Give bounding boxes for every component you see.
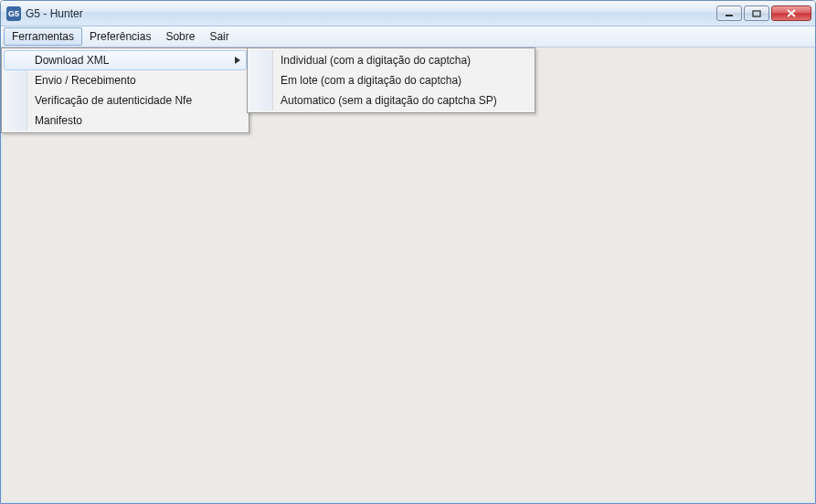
titlebar[interactable]: G5 G5 - Hunter bbox=[1, 1, 815, 26]
close-icon bbox=[786, 9, 797, 17]
dd-item-verificacao-nfe[interactable]: Verificação de autenticidade Nfe bbox=[4, 90, 247, 110]
dd-item-label: Verificação de autenticidade Nfe bbox=[35, 94, 192, 107]
menu-sobre[interactable]: Sobre bbox=[158, 26, 202, 47]
maximize-button[interactable] bbox=[744, 5, 769, 21]
sub-item-individual[interactable]: Individual (com a digitação do captcha) bbox=[249, 50, 533, 70]
submenu-arrow-icon bbox=[235, 54, 240, 67]
dropdown-ferramentas: Download XML Envio / Recebimento Verific… bbox=[1, 47, 249, 133]
dd-item-label: Manifesto bbox=[35, 114, 82, 127]
menu-ferramentas[interactable]: Ferramentas bbox=[4, 27, 82, 46]
sub-item-automatico[interactable]: Automatico (sem a digitação do captcha S… bbox=[249, 90, 533, 110]
minimize-icon bbox=[725, 10, 734, 17]
window-title: G5 - Hunter bbox=[26, 7, 716, 20]
sub-item-em-lote[interactable]: Em lote (com a digitação do captcha) bbox=[249, 70, 533, 90]
app-window: G5 G5 - Hunter Ferramentas Preferências … bbox=[0, 0, 816, 504]
menu-sair[interactable]: Sair bbox=[202, 26, 236, 47]
minimize-button[interactable] bbox=[716, 5, 742, 21]
maximize-icon bbox=[752, 10, 761, 17]
svg-rect-1 bbox=[753, 11, 760, 16]
dd-item-download-xml[interactable]: Download XML bbox=[4, 50, 247, 70]
svg-marker-4 bbox=[235, 57, 240, 64]
close-button[interactable] bbox=[771, 5, 811, 21]
sub-item-label: Em lote (com a digitação do captcha) bbox=[281, 74, 461, 87]
dd-item-label: Envio / Recebimento bbox=[35, 74, 136, 87]
window-controls bbox=[716, 5, 811, 21]
sub-item-label: Automatico (sem a digitação do captcha S… bbox=[281, 94, 497, 107]
dd-item-manifesto[interactable]: Manifesto bbox=[4, 110, 247, 131]
dd-item-label: Download XML bbox=[35, 54, 109, 67]
sub-item-label: Individual (com a digitação do captcha) bbox=[281, 54, 471, 67]
svg-rect-0 bbox=[726, 15, 733, 16]
menu-preferencias[interactable]: Preferências bbox=[82, 26, 158, 47]
submenu-download-xml: Individual (com a digitação do captcha) … bbox=[247, 47, 535, 113]
app-icon: G5 bbox=[6, 6, 21, 21]
menubar: Ferramentas Preferências Sobre Sair bbox=[1, 26, 815, 47]
dd-item-envio-recebimento[interactable]: Envio / Recebimento bbox=[4, 70, 247, 90]
content-area: Download XML Envio / Recebimento Verific… bbox=[1, 47, 815, 503]
